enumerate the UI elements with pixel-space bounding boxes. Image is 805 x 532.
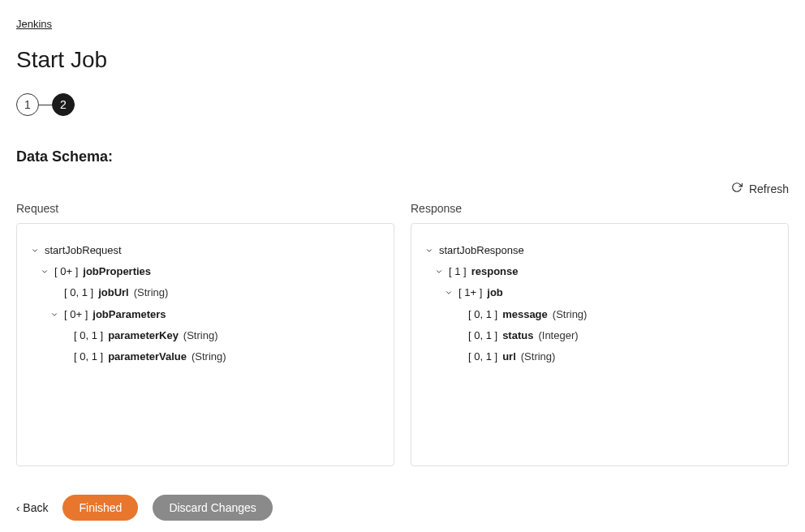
breadcrumb-jenkins[interactable]: Jenkins xyxy=(16,18,52,30)
node-name: jobUrl xyxy=(98,285,129,300)
request-column: Request startJobRequest [ 0+ ] jobProper… xyxy=(16,202,394,466)
node-type: (Integer) xyxy=(538,328,578,343)
tree-node-root[interactable]: startJobRequest xyxy=(30,240,381,261)
refresh-label: Refresh xyxy=(749,182,789,195)
tree-node-status[interactable]: [ 0, 1 ] status (Integer) xyxy=(454,325,775,346)
node-type: (String) xyxy=(192,350,226,364)
chevron-down-icon xyxy=(30,246,40,255)
node-type: (String) xyxy=(183,328,218,343)
chevron-down-icon xyxy=(444,288,454,298)
footer-actions: ‹ Back Finished Discard Changes xyxy=(16,495,789,521)
tree-node-jobproperties[interactable]: [ 0+ ] jobProperties xyxy=(40,261,381,282)
chevron-left-icon: ‹ xyxy=(16,502,19,514)
tree-node-jobparameters[interactable]: [ 0+ ] jobParameters xyxy=(50,304,381,325)
node-name: job xyxy=(487,285,503,300)
node-name: response xyxy=(471,264,519,279)
node-cardinality: [ 0, 1 ] xyxy=(74,350,103,364)
request-schema-box: startJobRequest [ 0+ ] jobProperties [ 0… xyxy=(16,223,394,466)
tree-node-joburl[interactable]: [ 0, 1 ] jobUrl (String) xyxy=(50,282,381,303)
page-title: Start Job xyxy=(16,47,789,73)
node-cardinality: [ 0, 1 ] xyxy=(64,285,93,300)
node-cardinality: [ 1 ] xyxy=(449,264,467,279)
stepper: 1 2 xyxy=(16,93,789,116)
node-name: url xyxy=(502,350,516,364)
discard-changes-button[interactable]: Discard Changes xyxy=(153,495,272,521)
tree-node-parametervalue[interactable]: [ 0, 1 ] parameterValue (String) xyxy=(59,346,381,367)
step-1[interactable]: 1 xyxy=(16,93,39,116)
request-label: Request xyxy=(16,202,394,215)
chevron-down-icon xyxy=(50,310,59,320)
node-cardinality: [ 1+ ] xyxy=(458,285,482,300)
node-cardinality: [ 0, 1 ] xyxy=(468,350,497,364)
chevron-down-icon xyxy=(424,246,434,255)
node-name: startJobResponse xyxy=(439,243,524,258)
response-schema-box: startJobResponse [ 1 ] response [ 1+ ] xyxy=(411,223,789,466)
node-type: (String) xyxy=(134,285,169,300)
node-name: jobParameters xyxy=(93,307,166,322)
node-type: (String) xyxy=(521,350,556,364)
node-name: startJobRequest xyxy=(45,243,122,258)
response-label: Response xyxy=(411,202,789,215)
node-name: message xyxy=(502,307,548,322)
step-2[interactable]: 2 xyxy=(52,93,75,116)
refresh-button[interactable]: Refresh xyxy=(731,182,789,195)
node-name: parameterValue xyxy=(108,350,187,364)
node-name: status xyxy=(502,328,533,343)
step-connector xyxy=(39,105,52,105)
back-button[interactable]: ‹ Back xyxy=(16,501,48,514)
node-name: jobProperties xyxy=(83,264,151,279)
node-cardinality: [ 0, 1 ] xyxy=(74,328,103,343)
tree-node-url[interactable]: [ 0, 1 ] url (String) xyxy=(454,346,775,367)
node-cardinality: [ 0+ ] xyxy=(54,264,78,279)
node-name: parameterKey xyxy=(108,328,179,343)
tree-node-response[interactable]: [ 1 ] response xyxy=(434,261,775,282)
node-type: (String) xyxy=(553,307,588,322)
tree-node-job[interactable]: [ 1+ ] job xyxy=(444,282,775,303)
response-column: Response startJobResponse [ 1 ] response xyxy=(411,202,789,466)
tree-node-root[interactable]: startJobResponse xyxy=(424,240,775,261)
refresh-icon xyxy=(731,182,743,195)
tree-node-parameterkey[interactable]: [ 0, 1 ] parameterKey (String) xyxy=(59,325,381,346)
node-cardinality: [ 0, 1 ] xyxy=(468,328,497,343)
section-title: Data Schema: xyxy=(16,148,789,165)
node-cardinality: [ 0, 1 ] xyxy=(468,307,497,322)
node-cardinality: [ 0+ ] xyxy=(64,307,88,322)
finished-button[interactable]: Finished xyxy=(62,495,138,521)
chevron-down-icon xyxy=(40,267,50,277)
back-label: Back xyxy=(23,501,48,514)
chevron-down-icon xyxy=(434,267,444,277)
tree-node-message[interactable]: [ 0, 1 ] message (String) xyxy=(454,304,775,325)
